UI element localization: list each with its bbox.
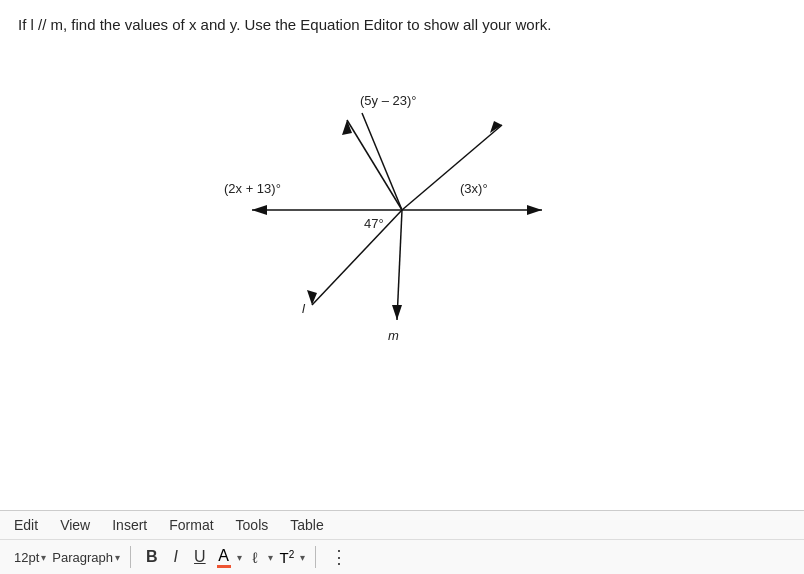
svg-line-7 (347, 120, 402, 210)
divider-2 (315, 546, 316, 568)
paragraph-chevron: ▾ (115, 552, 120, 563)
divider-1 (130, 546, 131, 568)
pencil-chevron[interactable]: ▾ (268, 552, 273, 563)
underline-button[interactable]: U (189, 546, 211, 568)
svg-marker-11 (392, 305, 402, 320)
t2-chevron[interactable]: ▾ (300, 552, 305, 563)
svg-text:47°: 47° (364, 216, 384, 231)
menu-view[interactable]: View (60, 517, 90, 533)
more-options-button[interactable]: ⋮ (330, 546, 348, 568)
menu-table[interactable]: Table (290, 517, 323, 533)
svg-marker-5 (252, 205, 267, 215)
svg-marker-1 (307, 290, 317, 305)
paragraph-value: Paragraph (52, 550, 113, 565)
svg-marker-6 (527, 205, 542, 215)
font-color-button[interactable]: A (217, 547, 231, 568)
bold-button[interactable]: B (141, 546, 163, 568)
t2-sup: 2 (289, 549, 295, 560)
font-color-chevron[interactable]: ▾ (237, 552, 242, 563)
svg-text:(2x + 13)°: (2x + 13)° (224, 181, 281, 196)
svg-line-0 (312, 210, 402, 305)
menu-tools[interactable]: Tools (236, 517, 269, 533)
pencil-button[interactable]: ℓ (248, 547, 263, 568)
svg-text:(5y – 23)°: (5y – 23)° (360, 93, 417, 108)
svg-line-10 (397, 210, 402, 320)
menu-format[interactable]: Format (169, 517, 213, 533)
svg-line-9 (362, 113, 402, 210)
superscript-button[interactable]: T2 (279, 549, 294, 566)
font-size-select[interactable]: 12pt ▾ (14, 550, 46, 565)
color-bar (217, 565, 231, 568)
svg-line-2 (402, 125, 502, 210)
svg-text:l: l (302, 301, 306, 316)
italic-button[interactable]: I (169, 546, 183, 568)
format-toolbar: 12pt ▾ Paragraph ▾ B I U A ▾ ℓ ▾ T2 ▾ ⋮ (0, 540, 804, 574)
menu-insert[interactable]: Insert (112, 517, 147, 533)
t2-label: T (279, 549, 288, 566)
font-size-value: 12pt (14, 550, 39, 565)
font-size-chevron: ▾ (41, 552, 46, 563)
menu-bar: Edit View Insert Format Tools Table (0, 511, 804, 540)
diagram: (5y – 23)° (2x + 13)° (3x)° 47° l m (192, 45, 612, 365)
menu-edit[interactable]: Edit (14, 517, 38, 533)
toolbar-area: Edit View Insert Format Tools Table 12pt… (0, 510, 804, 574)
paragraph-select[interactable]: Paragraph ▾ (52, 550, 120, 565)
font-color-label: A (218, 547, 229, 565)
svg-marker-8 (342, 120, 352, 135)
problem-statement: If l // m, find the values of x and y. U… (18, 14, 786, 35)
svg-text:(3x)°: (3x)° (460, 181, 488, 196)
svg-text:m: m (388, 328, 399, 343)
